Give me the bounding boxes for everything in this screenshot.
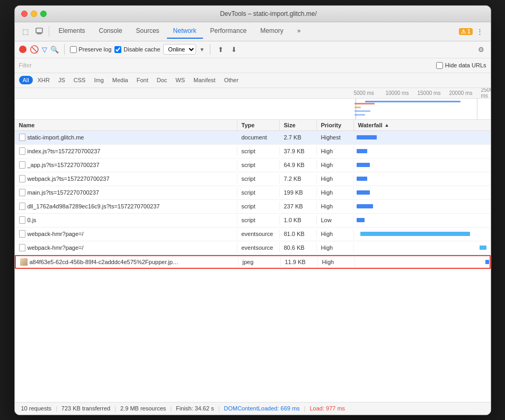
td-size-7: 81.0 KB: [280, 229, 317, 239]
td-name-9: a84f63e5-62cd-456b-89f4-c2adddc4e575%2Fp…: [16, 257, 238, 267]
warning-badge[interactable]: ⚠ 1: [459, 28, 472, 35]
td-size-3: 7.2 KB: [280, 174, 317, 183]
td-waterfall-8: [354, 241, 491, 255]
tab-elements[interactable]: Elements: [52, 24, 92, 39]
th-size[interactable]: Size: [280, 120, 317, 130]
td-size-9: 11.9 KB: [281, 257, 318, 267]
td-size-8: 80.6 KB: [280, 243, 317, 252]
disable-cache-label[interactable]: Disable cache: [114, 46, 160, 53]
tab-more[interactable]: »: [291, 24, 307, 39]
devtools-container: ⬚ Elements Console Sources Network Perfo…: [15, 22, 491, 415]
status-finish: Finish: 34.62 s: [176, 405, 214, 412]
td-waterfall-7: [354, 228, 491, 241]
td-name-7: webpack-hmr?page=/: [15, 229, 237, 239]
td-type-5: script: [237, 202, 280, 211]
network-table[interactable]: Name Type Size Priority Waterfall ▲: [15, 120, 491, 402]
td-size-4: 199 KB: [280, 188, 317, 197]
settings-icon[interactable]: ⚙: [476, 45, 486, 55]
minimize-button[interactable]: [31, 11, 37, 17]
close-button[interactable]: [21, 11, 28, 17]
table-row-highlighted[interactable]: a84f63e5-62cd-456b-89f4-c2adddc4e575%2Fp…: [15, 255, 491, 269]
th-priority[interactable]: Priority: [317, 120, 354, 130]
filter-media[interactable]: Media: [109, 76, 132, 84]
filter-js[interactable]: JS: [55, 76, 69, 84]
status-requests: 10 requests: [21, 405, 51, 412]
cursor-icon[interactable]: ⬚: [19, 25, 32, 38]
record-button[interactable]: [19, 46, 26, 53]
filter-font[interactable]: Font: [133, 76, 152, 84]
more-options-icon[interactable]: ⋮: [474, 25, 486, 38]
th-waterfall[interactable]: Waterfall ▲: [354, 120, 491, 130]
td-size-6: 1.0 KB: [280, 215, 317, 225]
status-resources: 2.9 MB resources: [120, 405, 166, 412]
timeline-label-25000: 25000 ms: [481, 88, 491, 99]
filter-xhr[interactable]: XHR: [34, 76, 54, 84]
preserve-log-checkbox[interactable]: [70, 46, 77, 53]
filter-other[interactable]: Other: [220, 76, 243, 84]
td-priority-7: High: [317, 229, 354, 239]
table-row[interactable]: _app.js?ts=1572270700237 script 64.9 KB …: [15, 159, 491, 172]
export-har-icon[interactable]: ⬇: [229, 45, 239, 55]
filter-placeholder: Filter: [19, 62, 430, 68]
image-icon-9: [20, 258, 28, 266]
throttle-select[interactable]: Online: [163, 44, 196, 55]
maximize-button[interactable]: [40, 11, 47, 17]
table-row[interactable]: static-import.glitch.me document 2.7 KB …: [15, 131, 491, 145]
warning-icon: ⚠: [461, 29, 466, 34]
tab-performance[interactable]: Performance: [204, 24, 253, 39]
table-row[interactable]: main.js?ts=1572270700237 script 199 KB H…: [15, 186, 491, 200]
tab-network[interactable]: Network: [167, 24, 203, 39]
throttle-dropdown-icon[interactable]: ▼: [199, 47, 205, 52]
td-waterfall-6: [354, 214, 491, 227]
filter-css[interactable]: CSS: [70, 76, 90, 84]
devtools-top-toolbar: ⬚ Elements Console Sources Network Perfo…: [15, 22, 491, 41]
td-waterfall-9: [355, 256, 490, 268]
hide-data-urls-label[interactable]: Hide data URLs: [436, 62, 486, 69]
hide-data-urls-checkbox[interactable]: [436, 62, 443, 69]
filter-icon[interactable]: ▽: [42, 46, 47, 54]
preserve-log-label[interactable]: Preserve log: [70, 46, 112, 53]
table-row[interactable]: dll_1762a4d98a7289ec16c9.js?ts=157227070…: [15, 200, 491, 214]
status-load: Load: 977 ms: [309, 405, 345, 412]
table-row[interactable]: index.js?ts=1572270700237 script 37.9 KB…: [15, 145, 491, 159]
timeline-chart: 5000 ms 10000 ms 15000 ms 20000 ms 25000…: [15, 88, 491, 120]
file-icon-0: [19, 134, 25, 141]
td-size-0: 2.7 KB: [280, 133, 317, 142]
file-icon-5: [19, 203, 25, 210]
td-name-3: webpack.js?ts=1572270700237: [15, 173, 237, 184]
table-row[interactable]: webpack.js?ts=1572270700237 script 7.2 K…: [15, 172, 491, 186]
filter-img[interactable]: Img: [90, 76, 107, 84]
th-name[interactable]: Name: [15, 120, 237, 130]
filter-bar: Filter Hide data URLs: [15, 58, 491, 73]
table-row[interactable]: webpack-hmr?page=/ eventsource 80.6 KB H…: [15, 241, 491, 255]
search-icon[interactable]: 🔍: [50, 46, 59, 54]
tab-memory[interactable]: Memory: [254, 24, 289, 39]
table-row[interactable]: webpack-hmr?page=/ eventsource 81.0 KB H…: [15, 228, 491, 241]
timeline-label-10000: 10000 ms: [386, 90, 409, 96]
filter-manifest[interactable]: Manifest: [190, 76, 219, 84]
inspect-icon[interactable]: [33, 25, 46, 38]
import-har-icon[interactable]: ⬆: [216, 45, 226, 55]
td-type-6: script: [237, 215, 280, 225]
table-row[interactable]: 0.js script 1.0 KB Low: [15, 214, 491, 228]
tab-sources[interactable]: Sources: [130, 24, 166, 39]
td-type-7: eventsource: [237, 229, 280, 239]
td-type-9: jpeg: [238, 257, 281, 267]
td-type-1: script: [237, 146, 280, 156]
filter-ws[interactable]: WS: [172, 76, 189, 84]
td-name-1: index.js?ts=1572270700237: [15, 146, 237, 156]
file-icon-6: [19, 216, 25, 224]
filter-doc[interactable]: Doc: [153, 76, 171, 84]
td-priority-8: High: [317, 243, 354, 252]
stop-recording-icon[interactable]: 🚫: [30, 45, 39, 54]
td-type-2: script: [237, 160, 280, 170]
th-type[interactable]: Type: [237, 120, 280, 130]
td-name-6: 0.js: [15, 215, 237, 225]
status-dom-content-loaded: DOMContentLoaded: 669 ms: [224, 405, 300, 412]
traffic-lights: [21, 11, 47, 17]
file-icon-2: [19, 161, 25, 169]
filter-all[interactable]: All: [19, 76, 33, 84]
disable-cache-checkbox[interactable]: [114, 46, 121, 53]
tab-console[interactable]: Console: [93, 24, 129, 39]
td-priority-1: High: [317, 146, 354, 156]
